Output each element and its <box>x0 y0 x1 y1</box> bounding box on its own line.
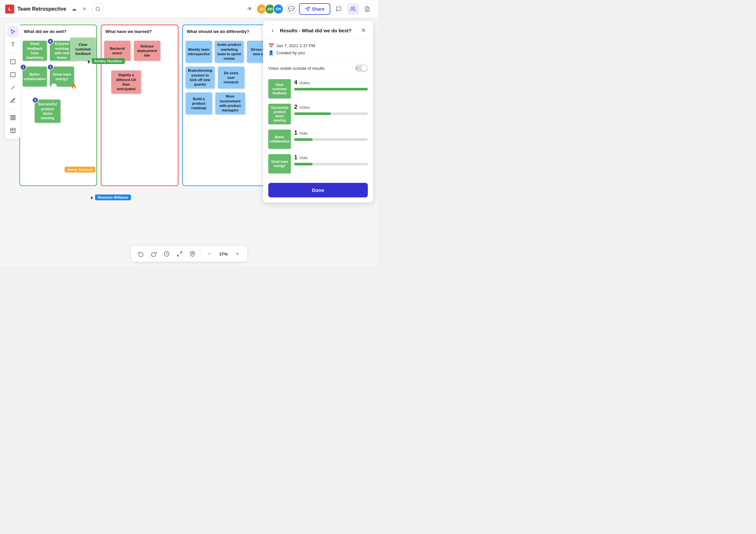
results-date: Jan 7, 2021 2:37 PM <box>276 43 315 48</box>
vote-bar-fill-3 <box>294 138 312 141</box>
sticky-invite-marketing[interactable]: Invite product marketing team to sprint … <box>215 41 244 63</box>
vote-bar-fill-1 <box>294 88 368 90</box>
fullscreen-button[interactable] <box>174 248 185 260</box>
svg-line-19 <box>177 255 179 256</box>
zoom-in-button[interactable]: + <box>232 248 243 260</box>
avatar-group: JJ AH SW <box>256 4 284 14</box>
vote-sticky-1: Clear customer feedback <box>268 79 291 98</box>
vote-info-3: 1 Vote <box>294 130 368 141</box>
sticky-weekly-retro[interactable]: Weekly team retrospective <box>185 41 212 63</box>
line-tool[interactable] <box>7 82 19 93</box>
tool-divider <box>9 53 17 53</box>
chat-button[interactable]: 💬 <box>286 4 296 14</box>
results-title: Results - What did we do best? <box>280 28 359 33</box>
sticky-extra-research[interactable]: Do extra user research <box>218 66 244 89</box>
vote-count-1: 4 Votes <box>294 79 368 86</box>
cloud-save-button[interactable]: ☁ <box>69 4 79 14</box>
sticky-clear-feedback[interactable]: Clear customer feedback <box>70 38 96 61</box>
vote-1-badge: 1 <box>51 83 57 89</box>
zoom-out-button[interactable]: − <box>203 248 215 260</box>
sticky-brainstorming[interactable]: Brainstorming session to kick off new qu… <box>185 66 215 89</box>
vote-sticky-3: Better collaboration <box>268 130 291 149</box>
person-icon: 👤 <box>268 50 274 55</box>
sticky-note-tool[interactable] <box>7 69 19 80</box>
redo-button[interactable] <box>148 248 159 260</box>
vote-sticky-4: Great team energy! <box>268 154 291 173</box>
vote-bar-bg-2 <box>294 113 368 115</box>
votes-toggle-label: Votes visible outside of results <box>268 66 325 71</box>
svg-point-20 <box>192 253 193 254</box>
toggle-knob <box>361 65 367 71</box>
shape-tool-square-outline[interactable] <box>7 56 19 67</box>
results-meta: 📅 Jan 7, 2021 2:37 PM 👤 Created by you <box>263 39 373 62</box>
svg-rect-11 <box>14 115 15 117</box>
menu-button[interactable]: ≡ <box>79 4 90 14</box>
search-button[interactable] <box>92 3 104 15</box>
vote-info-2: 2 Votes <box>294 104 368 115</box>
fire-emoji: 🔥 <box>71 83 77 89</box>
column-learned: What have we learned? Backend woes! 😤 2 … <box>101 25 178 186</box>
cursor-label-jenny: Jenny Jackson <box>65 167 95 172</box>
svg-rect-13 <box>14 118 15 120</box>
users-button[interactable] <box>347 3 359 15</box>
notes-button[interactable] <box>361 3 373 15</box>
undo-button[interactable] <box>135 248 147 260</box>
pen-tool[interactable] <box>7 95 19 106</box>
sticky-product-demo[interactable]: 2 Successful product demo meeting <box>35 99 61 123</box>
cursor-label-shannon: Shannon Williams <box>95 194 131 200</box>
sticky-great-team-energy[interactable]: 1 Great team energy! 🔥 1 <box>50 66 74 87</box>
app-logo: L <box>5 5 14 13</box>
svg-point-0 <box>96 7 99 11</box>
viewers-icon: 👁 <box>247 6 253 12</box>
vote-item-4: Great team energy! 1 Vote <box>268 154 368 173</box>
vote-count-4: 1 Vote <box>294 154 368 161</box>
results-panel: ‹ Results - What did we do best? ✕ 📅 Jan… <box>263 21 373 203</box>
vote-count-2: 2 Votes <box>294 104 368 111</box>
sticky-better-collaboration[interactable]: 1 Better collaboration <box>23 66 47 87</box>
close-button[interactable]: ✕ <box>359 26 368 35</box>
vote-badge-4: 4 <box>47 38 54 44</box>
vote-bar-bg-3 <box>294 138 368 141</box>
select-tool[interactable] <box>7 26 19 38</box>
sticky-product-roadmap[interactable]: Build a product roadmap <box>185 92 212 114</box>
svg-rect-8 <box>11 72 15 77</box>
vote-badge-1a: 1 <box>20 64 26 70</box>
cursor-ashley: Ashley Hamilton <box>87 60 92 66</box>
sticky-backend-woes[interactable]: Backend woes! 😤 2 <box>104 41 131 61</box>
sticky-more-involvement[interactable]: More involvement with product managers <box>215 92 245 114</box>
back-button[interactable]: ‹ <box>268 26 277 35</box>
grid-tool[interactable] <box>7 112 19 123</box>
vote-info-4: 1 Vote <box>294 154 368 165</box>
votes-toggle-row: Votes visible outside of results ✕ <box>263 62 373 75</box>
table-tool[interactable] <box>7 125 19 136</box>
top-toolbar: L Team Retrospective ☁ ≡ 👁 JJ AH SW 💬 Sh… <box>0 0 378 18</box>
vote-bar-fill-4 <box>294 163 312 165</box>
votes-toggle[interactable]: ✕ <box>355 64 368 72</box>
vote-bar-fill-2 <box>294 113 331 115</box>
history-button[interactable] <box>161 248 172 260</box>
svg-point-4 <box>351 7 353 9</box>
location-button[interactable] <box>186 248 198 260</box>
svg-line-1 <box>99 10 100 11</box>
vote-bar-bg-1 <box>294 88 368 90</box>
vote-count-3: 1 Vote <box>294 130 368 136</box>
cursor-label-ashley: Ashley Hamilton <box>92 58 125 64</box>
results-creator: Created by you <box>276 50 305 55</box>
bottom-toolbar: − 37% + <box>131 246 247 262</box>
sticky-different-ux[interactable]: Slightly a different UX than anticipated <box>111 70 141 94</box>
sticky-release-deployment[interactable]: Release deployment late <box>134 41 160 61</box>
avatar-sw: SW <box>273 4 284 14</box>
meta-date-row: 📅 Jan 7, 2021 2:37 PM <box>268 43 368 48</box>
svg-rect-12 <box>11 118 12 120</box>
vote-item-3: Better collaboration 1 Vote <box>268 130 368 149</box>
sticky-great-feedback[interactable]: Great feedback from marketing <box>23 41 47 61</box>
vote-badge-2: 2 <box>32 97 39 103</box>
done-button[interactable]: Done <box>268 183 368 197</box>
text-tool[interactable]: T <box>7 39 19 50</box>
left-tools-sidebar: T <box>5 23 21 139</box>
column-well: What did we do well? Great feedback from… <box>19 25 97 186</box>
toolbar-divider <box>201 251 201 257</box>
vote-sticky-2: Successful product demo meeting <box>268 104 291 124</box>
comment-button[interactable] <box>333 3 344 15</box>
share-button[interactable]: Share <box>299 3 330 15</box>
